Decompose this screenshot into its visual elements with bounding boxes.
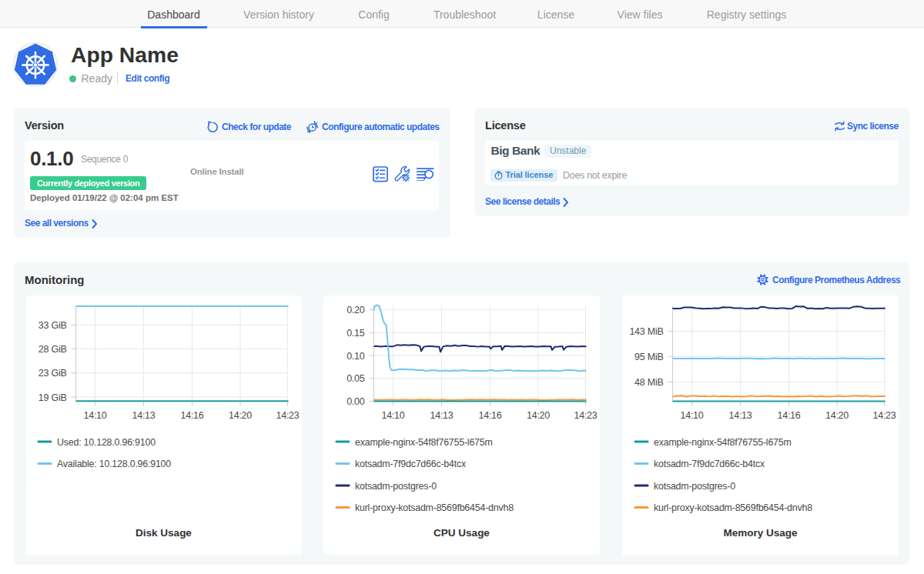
svg-text:0.20: 0.20 xyxy=(346,305,365,315)
svg-text:example-nginx-54f8f76755-l675m: example-nginx-54f8f76755-l675m xyxy=(654,437,792,448)
svg-text:95 MiB: 95 MiB xyxy=(634,352,663,362)
svg-text:14:10: 14:10 xyxy=(680,410,703,421)
svg-text:33 GiB: 33 GiB xyxy=(38,320,66,331)
svg-text:Memory Usage: Memory Usage xyxy=(723,527,798,539)
svg-text:19 GiB: 19 GiB xyxy=(38,392,66,403)
svg-text:Used: 10.128.0.96:9100: Used: 10.128.0.96:9100 xyxy=(57,437,156,448)
svg-text:14:16: 14:16 xyxy=(777,410,800,421)
svg-text:kotsadm-7f9dc7d66c-b4tcx: kotsadm-7f9dc7d66c-b4tcx xyxy=(355,459,467,469)
svg-text:14:20: 14:20 xyxy=(825,410,848,421)
svg-text:Available: 10.128.0.96:9100: Available: 10.128.0.96:9100 xyxy=(57,459,171,469)
svg-text:143 MiB: 143 MiB xyxy=(629,326,663,337)
svg-text:14:13: 14:13 xyxy=(430,410,453,421)
svg-text:kurl-proxy-kotsadm-8569fb6454-: kurl-proxy-kotsadm-8569fb6454-dnvh8 xyxy=(654,502,812,513)
svg-text:14:10: 14:10 xyxy=(83,410,106,421)
svg-text:28 GiB: 28 GiB xyxy=(38,344,66,355)
svg-text:14:16: 14:16 xyxy=(478,410,501,421)
svg-text:14:20: 14:20 xyxy=(527,410,550,421)
svg-text:0.10: 0.10 xyxy=(346,351,365,362)
svg-text:0.00: 0.00 xyxy=(346,396,365,407)
svg-text:0.05: 0.05 xyxy=(346,373,365,384)
svg-text:example-nginx-54f8f76755-l675m: example-nginx-54f8f76755-l675m xyxy=(355,437,493,448)
svg-text:14:23: 14:23 xyxy=(574,410,597,421)
svg-text:kurl-proxy-kotsadm-8569fb6454-: kurl-proxy-kotsadm-8569fb6454-dnvh8 xyxy=(355,502,514,513)
svg-text:kotsadm-postgres-0: kotsadm-postgres-0 xyxy=(654,481,735,492)
svg-text:14:10: 14:10 xyxy=(381,410,404,421)
svg-text:14:23: 14:23 xyxy=(872,410,896,421)
svg-text:14:13: 14:13 xyxy=(728,410,752,421)
svg-text:23 GiB: 23 GiB xyxy=(38,368,66,379)
svg-text:14:20: 14:20 xyxy=(228,410,251,421)
svg-text:kotsadm-7f9dc7d66c-b4tcx: kotsadm-7f9dc7d66c-b4tcx xyxy=(654,459,765,469)
svg-text:14:13: 14:13 xyxy=(132,410,155,421)
svg-text:Disk Usage: Disk Usage xyxy=(136,527,192,539)
svg-text:CPU Usage: CPU Usage xyxy=(434,527,490,539)
svg-text:48 MiB: 48 MiB xyxy=(634,377,663,388)
svg-text:14:16: 14:16 xyxy=(180,410,203,421)
svg-text:kotsadm-postgres-0: kotsadm-postgres-0 xyxy=(355,481,437,492)
svg-text:14:23: 14:23 xyxy=(276,410,299,421)
svg-text:0.15: 0.15 xyxy=(346,328,365,339)
